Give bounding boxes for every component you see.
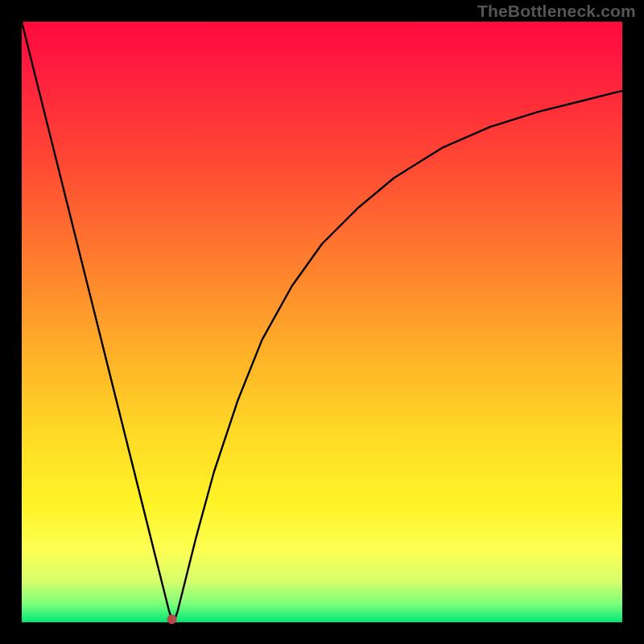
plot-area bbox=[22, 22, 622, 622]
chart-frame: TheBottleneck.com bbox=[0, 0, 644, 644]
bottleneck-curve bbox=[22, 22, 622, 619]
curve-svg bbox=[22, 22, 622, 622]
optimum-marker bbox=[167, 614, 177, 624]
watermark-text: TheBottleneck.com bbox=[477, 2, 636, 21]
